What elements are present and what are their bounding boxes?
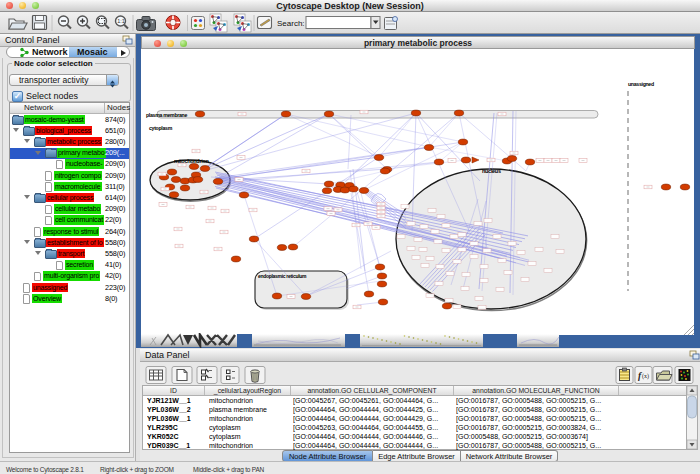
svg-text:Search:: Search:: [277, 19, 305, 28]
svg-text:mitochondrion: mitochondrion: [174, 158, 210, 164]
svg-text:unassigned: unassigned: [628, 81, 654, 87]
svg-text:plasma membrane: plasma membrane: [146, 112, 187, 118]
svg-text:(x): (x): [642, 373, 649, 380]
svg-text:endoplasmic reticulum: endoplasmic reticulum: [258, 273, 307, 279]
svg-text:nucleus: nucleus: [482, 168, 501, 174]
svg-text:cytoplasm: cytoplasm: [149, 125, 173, 131]
svg-text:1:1: 1:1: [117, 18, 125, 24]
